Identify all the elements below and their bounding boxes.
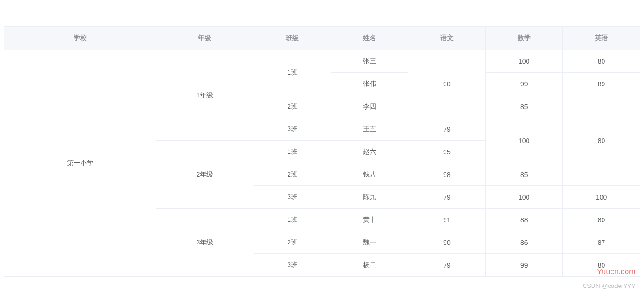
- cell-math: 88: [486, 209, 563, 231]
- cell-math: 99: [486, 254, 563, 277]
- cell-class: 1班: [254, 50, 331, 95]
- cell-class: 3班: [254, 254, 331, 277]
- cell-school: 第一小学: [4, 50, 156, 277]
- header-name: 姓名: [331, 27, 408, 50]
- cell-name: 李四: [331, 95, 408, 118]
- watermark-red: Yuucn.com: [597, 268, 636, 276]
- header-math: 数学: [486, 27, 563, 50]
- cell-english: 80: [563, 95, 640, 186]
- cell-grade: 1年级: [156, 50, 254, 141]
- cell-grade: 3年级: [156, 209, 254, 277]
- cell-math: 100: [486, 50, 563, 73]
- cell-english: 80: [563, 209, 640, 231]
- cell-name: 赵六: [331, 141, 408, 163]
- cell-math: 99: [486, 73, 563, 95]
- cell-class: 2班: [254, 231, 331, 254]
- table-row: 第一小学 1年级 1班 张三 90 100 80: [4, 50, 640, 73]
- cell-grade: 2年级: [156, 141, 254, 209]
- cell-english: 80: [563, 50, 640, 73]
- cell-name: 张伟: [331, 73, 408, 95]
- cell-name: 王五: [331, 118, 408, 141]
- cell-name: 黄十: [331, 209, 408, 231]
- header-chinese: 语文: [408, 27, 486, 50]
- data-table: 学校 年级 班级 姓名 语文 数学 英语 第一小学 1年级 1班 张三 90 1…: [4, 26, 640, 277]
- cell-chinese: 91: [408, 209, 486, 231]
- header-grade: 年级: [156, 27, 254, 50]
- cell-math: 85: [486, 95, 563, 118]
- cell-math: 100: [486, 186, 563, 209]
- cell-math: 100: [486, 118, 563, 163]
- header-school: 学校: [4, 27, 156, 50]
- cell-english: 100: [563, 186, 640, 209]
- cell-chinese: 90: [408, 231, 486, 254]
- cell-chinese: 98: [408, 163, 486, 186]
- cell-class: 2班: [254, 95, 331, 118]
- cell-name: 陈九: [331, 186, 408, 209]
- header-class: 班级: [254, 27, 331, 50]
- cell-chinese: 79: [408, 254, 486, 277]
- cell-english: 87: [563, 231, 640, 254]
- cell-name: 魏一: [331, 231, 408, 254]
- cell-name: 杨二: [331, 254, 408, 277]
- cell-chinese: 95: [408, 141, 486, 163]
- cell-english: 89: [563, 73, 640, 95]
- watermark-gray: CSDN @coderYYY: [583, 282, 636, 289]
- header-row: 学校 年级 班级 姓名 语文 数学 英语: [4, 27, 640, 50]
- header-english: 英语: [563, 27, 640, 50]
- cell-chinese: 90: [408, 50, 486, 118]
- cell-class: 3班: [254, 118, 331, 141]
- cell-class: 1班: [254, 141, 331, 163]
- cell-chinese: 79: [408, 118, 486, 141]
- cell-class: 2班: [254, 163, 331, 186]
- cell-chinese: 79: [408, 186, 486, 209]
- cell-class: 1班: [254, 209, 331, 231]
- cell-class: 3班: [254, 186, 331, 209]
- cell-name: 张三: [331, 50, 408, 73]
- cell-math: 86: [486, 231, 563, 254]
- cell-name: 钱八: [331, 163, 408, 186]
- cell-math: 85: [486, 163, 563, 186]
